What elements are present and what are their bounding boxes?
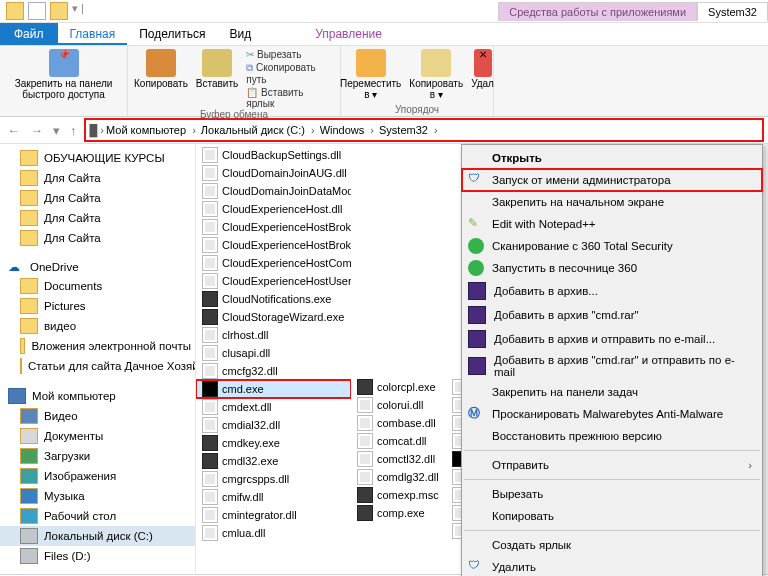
tree-label[interactable]: Для Сайта (44, 212, 101, 224)
copy-path-button[interactable]: Скопировать путь (246, 62, 334, 85)
tree-label[interactable]: Для Сайта (44, 172, 101, 184)
tab-share[interactable]: Поделиться (127, 23, 217, 45)
paste-shortcut-button[interactable]: Вставить ярлык (246, 87, 334, 109)
video-icon (20, 408, 38, 424)
ctx-copy[interactable]: Копировать (462, 505, 762, 527)
file-item[interactable]: CloudExperienceHostBroker (196, 236, 351, 254)
tree-label[interactable]: Статьи для сайта Дачное Хозяйство (28, 360, 196, 372)
tree-label[interactable]: Для Сайта (44, 192, 101, 204)
tree-label[interactable]: ОБУЧАЮЩИЕ КУРСЫ (44, 152, 165, 164)
file-item[interactable]: cmifw.dll (196, 488, 351, 506)
tree-label[interactable]: Видео (44, 410, 78, 422)
ctx-scan-360[interactable]: Сканирование с 360 Total Security (462, 235, 762, 257)
move-to-button[interactable]: Переместить в ▾ (340, 49, 401, 100)
tree-label[interactable]: Мой компьютер (32, 390, 116, 402)
breadcrumb[interactable]: System32 (379, 124, 441, 136)
dll-icon (202, 147, 218, 163)
tab-manage[interactable]: Управление (303, 23, 394, 45)
file-item[interactable]: cmdext.dll (196, 398, 351, 416)
copy-button[interactable]: Копировать (134, 49, 188, 109)
tree-label[interactable]: Вложения электронной почты (31, 340, 191, 352)
ctx-create-shortcut[interactable]: Создать ярлык (462, 534, 762, 556)
drive-icon (20, 528, 38, 544)
ctx-pin-taskbar[interactable]: Закрепить на панели задач (462, 381, 762, 403)
file-item[interactable]: cmgrcspps.dll (196, 470, 351, 488)
file-item[interactable]: comdlg32.dll (351, 468, 446, 486)
tree-label[interactable]: Files (D:) (44, 550, 91, 562)
ctx-send-to[interactable]: Отправить› (462, 454, 762, 476)
file-item[interactable]: CloudDomainJoinAUG.dll (196, 164, 351, 182)
file-item[interactable]: cmdl32.exe (196, 452, 351, 470)
file-item[interactable]: comp.exe (351, 504, 446, 522)
file-item[interactable]: CloudExperienceHostCommo (196, 254, 351, 272)
ctx-sandbox-360[interactable]: Запустить в песочнице 360 (462, 257, 762, 279)
file-item[interactable]: CloudStorageWizard.exe (196, 308, 351, 326)
tree-label[interactable]: OneDrive (30, 261, 79, 273)
ctx-open[interactable]: Открыть (462, 147, 762, 169)
file-item[interactable]: cmdial32.dll (196, 416, 351, 434)
file-item[interactable]: colorui.dll (351, 396, 446, 414)
file-item[interactable]: cmcfg32.dll (196, 362, 351, 380)
folder-icon[interactable] (50, 2, 68, 20)
pin-quick-access-button[interactable]: 📌 Закрепить на панели быстрого доступа (15, 49, 113, 100)
tree-label[interactable]: видео (44, 320, 76, 332)
breadcrumb[interactable]: Локальный диск (C:) (201, 124, 318, 136)
nav-up-icon[interactable]: ↑ (67, 123, 80, 138)
tree-label[interactable]: Documents (44, 280, 102, 292)
ctx-malwarebytes[interactable]: ⓂПросканировать Malwarebytes Anti-Malwar… (462, 403, 762, 425)
copy-to-button[interactable]: Копировать в ▾ (409, 49, 463, 100)
qat-dropdown-icon[interactable]: ▾ | (72, 2, 84, 20)
file-item[interactable]: CloudNotifications.exe (196, 290, 351, 308)
folder-icon[interactable] (6, 2, 24, 20)
dll-icon (202, 417, 218, 433)
file-item[interactable]: cmd.exe (196, 380, 351, 398)
ctx-archive-email[interactable]: Добавить в архив и отправить по e-mail..… (462, 327, 762, 351)
breadcrumb[interactable]: Windows (320, 124, 377, 136)
file-item[interactable]: clusapi.dll (196, 344, 351, 362)
file-item[interactable]: cmintegrator.dll (196, 506, 351, 524)
breadcrumb[interactable]: Мой компьютер (106, 124, 199, 136)
ctx-add-archive[interactable]: Добавить в архив... (462, 279, 762, 303)
file-item[interactable]: colorcpl.exe (351, 378, 446, 396)
file-item[interactable]: cmdkey.exe (196, 434, 351, 452)
tree-label[interactable]: Для Сайта (44, 232, 101, 244)
file-item[interactable]: comcat.dll (351, 432, 446, 450)
ctx-notepad[interactable]: ✎Edit with Notepad++ (462, 213, 762, 235)
tree-label[interactable]: Загрузки (44, 450, 90, 462)
file-icon[interactable] (28, 2, 46, 20)
file-item[interactable]: CloudDomainJoinDataModelS (196, 182, 351, 200)
cut-button[interactable]: Вырезать (246, 49, 334, 60)
tab-home[interactable]: Главная (58, 23, 128, 45)
ctx-restore-version[interactable]: Восстановить прежнюю версию (462, 425, 762, 447)
file-item[interactable]: CloudExperienceHostUser.dll (196, 272, 351, 290)
file-item[interactable]: cmlua.dll (196, 524, 351, 542)
ctx-archive-cmd-email[interactable]: Добавить в архив "cmd.rar" и отправить п… (462, 351, 762, 381)
file-item[interactable]: comctl32.dll (351, 450, 446, 468)
address-bar[interactable]: █ › Мой компьютер Локальный диск (C:) Wi… (84, 118, 765, 142)
ctx-add-cmd-rar[interactable]: Добавить в архив "cmd.rar" (462, 303, 762, 327)
tree-label[interactable]: Рабочий стол (44, 510, 116, 522)
tab-view[interactable]: Вид (217, 23, 263, 45)
ctx-runas-admin[interactable]: 🛡Запуск от имени администратора (462, 169, 762, 191)
file-item[interactable]: combase.dll (351, 414, 446, 432)
nav-back-icon[interactable]: ← (4, 123, 23, 138)
file-item[interactable]: CloudExperienceHostBroker.d (196, 218, 351, 236)
delete-button[interactable]: ✕Удал (471, 49, 494, 100)
file-item[interactable]: CloudBackupSettings.dll (196, 146, 351, 164)
tree-label[interactable]: Pictures (44, 300, 86, 312)
nav-tree[interactable]: ОБУЧАЮЩИЕ КУРСЫ Для Сайта Для Сайта Для … (0, 144, 196, 574)
file-tab[interactable]: Файл (0, 23, 58, 45)
ctx-pin-start[interactable]: Закрепить на начальном экране (462, 191, 762, 213)
ctx-delete[interactable]: 🛡Удалить (462, 556, 762, 576)
file-item[interactable]: comexp.msc (351, 486, 446, 504)
tree-label[interactable]: Изображения (44, 470, 116, 482)
tree-label[interactable]: Документы (44, 430, 103, 442)
tree-label[interactable]: Локальный диск (C:) (44, 530, 153, 542)
nav-history-icon[interactable]: ▾ (50, 123, 63, 138)
ctx-cut[interactable]: Вырезать (462, 483, 762, 505)
file-item[interactable]: clrhost.dll (196, 326, 351, 344)
paste-button[interactable]: Вставить (196, 49, 238, 109)
tree-label[interactable]: Музыка (44, 490, 85, 502)
file-item[interactable]: CloudExperienceHost.dll (196, 200, 351, 218)
nav-fwd-icon[interactable]: → (27, 123, 46, 138)
